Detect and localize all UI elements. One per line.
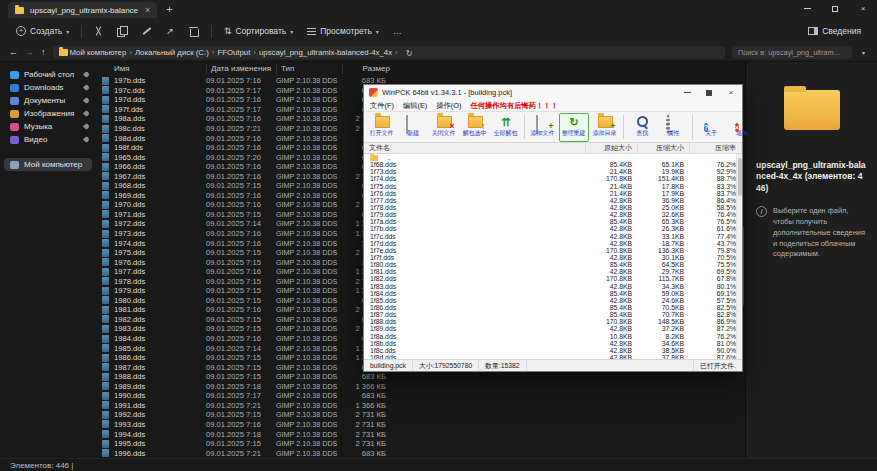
search-input[interactable]: Поиск в: upscayl_png_ultram… xyxy=(732,46,852,59)
minimize-button[interactable] xyxy=(793,0,821,18)
menu-edit[interactable]: 编辑(E) xyxy=(403,101,427,111)
rebuild-button[interactable]: ↻ 整理重建 xyxy=(559,113,589,142)
more-options-button[interactable]: … xyxy=(387,24,408,39)
archive-file-row[interactable]: 1f8d.dds 42.8KB 37.8KB 87.6% xyxy=(364,354,742,359)
archive-file-row[interactable]: 1f81.dds 42.8KB 29.7KB 69.5% xyxy=(364,268,742,275)
about-button[interactable]: ? 关于 xyxy=(696,113,726,142)
file-row[interactable]: 1996.dds 09.01.2025 7:21 GIMP 2.10.38 DD… xyxy=(96,448,745,458)
winpck-scrollbar[interactable] xyxy=(736,154,742,359)
forward-button[interactable]: → xyxy=(25,48,34,57)
sidebar-item-desktop[interactable]: Рабочий стол xyxy=(0,68,96,81)
archive-file-row[interactable]: 1f8b.dds 42.8KB 34.6KB 81.0% xyxy=(364,340,742,347)
archive-file-row[interactable]: 1f73.dds 21.4KB 19.9KB 92.9% xyxy=(364,168,742,175)
archive-file-row[interactable]: 1f7b.dds 42.8KB 26.3KB 61.6% xyxy=(364,225,742,232)
menu-file[interactable]: 文件(F) xyxy=(370,101,394,111)
up-button[interactable]: ↑ xyxy=(41,48,46,57)
archive-file-row[interactable]: 1f68.dds 85.4KB 65.1KB 76.2% xyxy=(364,161,742,168)
file-row[interactable]: 1991.dds 09.01.2025 7:21 GIMP 2.10.38 DD… xyxy=(96,401,745,411)
file-row[interactable]: 1994.dds 09.01.2025 7:18 GIMP 2.10.38 DD… xyxy=(96,429,745,439)
details-pane-button[interactable]: Сведения xyxy=(802,23,867,39)
column-header-name[interactable]: Имя xyxy=(96,64,206,74)
find-button[interactable]: 查找 xyxy=(627,113,657,142)
archive-file-row[interactable]: 1f82.dds 170.8KB 115.7KB 67.8% xyxy=(364,275,742,282)
sidebar-item-documents[interactable]: Документы xyxy=(0,94,96,107)
archive-file-row[interactable]: 1f8c.dds 42.8KB 38.5KB 90.0% xyxy=(364,347,742,354)
copy-button[interactable] xyxy=(111,23,134,39)
archive-file-row[interactable]: 1f7a.dds 85.4KB 65.3KB 76.5% xyxy=(364,218,742,225)
new-pck-button[interactable]: 新建 xyxy=(398,113,428,142)
archive-file-row[interactable]: 1f7d.dds 42.8KB 18.7KB 43.7% xyxy=(364,240,742,247)
winpck-close-button[interactable]: × xyxy=(722,85,740,100)
unpack-selected-button[interactable]: ↑ 解包选中 xyxy=(460,113,490,142)
address-box[interactable]: Мой компьютер › Локальный диск (C:) › FF… xyxy=(53,46,725,59)
unpack-all-button[interactable]: ⇈ 全部解包 xyxy=(491,113,521,142)
column-header-ratio[interactable]: 压缩率 xyxy=(690,143,742,153)
archive-file-row[interactable]: 1f75.dds 21.4KB 17.8KB 83.3% xyxy=(364,183,742,190)
close-button[interactable]: × xyxy=(849,0,877,18)
archive-file-row[interactable]: 1f86.dds 85.4KB 70.5KB 82.5% xyxy=(364,304,742,311)
breadcrumb-item[interactable]: Локальный диск (C:) xyxy=(135,48,209,57)
share-button[interactable]: ↗ xyxy=(160,24,180,39)
archive-file-row[interactable]: 1f84.dds 85.4KB 59.0KB 69.1% xyxy=(364,290,742,297)
archive-file-row[interactable]: 1f89.dds 42.8KB 37.2KB 87.2% xyxy=(364,325,742,332)
archive-file-row[interactable]: 1f8a.dds 10.8KB 8.2KB 76.2% xyxy=(364,333,742,340)
sort-button[interactable]: ⇅ Сортировать ▾ xyxy=(218,23,299,39)
archive-file-row[interactable]: 1f7f.dds 42.8KB 30.1KB 70.5% xyxy=(364,254,742,261)
file-row[interactable]: 1988.dds 09.01.2025 7:15 GIMP 2.10.38 DD… xyxy=(96,372,745,382)
column-header-packed[interactable]: 压缩大小 xyxy=(638,143,690,153)
add-file-button[interactable]: + 添加文件 xyxy=(528,113,558,142)
rename-button[interactable] xyxy=(136,23,158,39)
tab-close-icon[interactable]: × xyxy=(145,6,150,15)
properties-button[interactable]: 属性 xyxy=(658,113,688,142)
sidebar-item-computer[interactable]: Мой компьютер xyxy=(4,158,92,171)
archive-file-row[interactable]: 1f77.dds 42.8KB 36.9KB 86.4% xyxy=(364,197,742,204)
breadcrumb-item[interactable]: Мой компьютер xyxy=(70,48,127,57)
column-header-date[interactable]: Дата изменения xyxy=(206,64,276,74)
column-header-filename[interactable]: 文件名 xyxy=(364,143,586,153)
archive-file-row[interactable]: 1f88.dds 170.8KB 148.5KB 86.9% xyxy=(364,318,742,325)
archive-file-row[interactable]: 1f85.dds 42.8KB 24.6KB 57.5% xyxy=(364,297,742,304)
winpck-minimize-button[interactable] xyxy=(678,85,696,100)
file-row[interactable]: 1995.dds 09.01.2025 7:15 GIMP 2.10.38 DD… xyxy=(96,439,745,449)
winpck-maximize-button[interactable] xyxy=(700,85,718,100)
archive-file-row[interactable]: 1f7c.dds 42.8KB 33.1KB 77.4% xyxy=(364,233,742,240)
search-dropdown-icon[interactable]: ▾ xyxy=(859,49,868,56)
file-row[interactable]: 1990.dds 09.01.2025 7:17 GIMP 2.10.38 DD… xyxy=(96,391,745,401)
archive-file-row[interactable]: 1f78.dds 42.8KB 25.0KB 58.5% xyxy=(364,204,742,211)
maximize-button[interactable] xyxy=(821,0,849,18)
menu-action[interactable]: 操作(O) xyxy=(436,101,461,111)
file-row[interactable]: 1992.dds 09.01.2025 7:15 GIMP 2.10.38 DD… xyxy=(96,410,745,420)
sidebar-item-video[interactable]: Видео xyxy=(0,133,96,146)
archive-file-row[interactable]: 1f74.dds 170.8KB 151.4KB 88.7% xyxy=(364,175,742,182)
file-row[interactable]: 1989.dds 09.01.2025 7:18 GIMP 2.10.38 DD… xyxy=(96,382,745,392)
winpck-title-bar[interactable]: WinPCK 64bit v1.34.3.1 - [building.pck] … xyxy=(364,85,742,100)
column-header-size[interactable]: 原始大小 xyxy=(586,143,638,153)
delete-button[interactable] xyxy=(182,23,205,39)
column-header-size[interactable]: Размер xyxy=(342,64,394,74)
winpck-scrollbar-thumb[interactable] xyxy=(738,158,742,196)
archive-file-row[interactable]: 1f80.dds 85.4KB 64.5KB 75.5% xyxy=(364,261,742,268)
archive-file-row[interactable]: 1f7e.dds 170.8KB 136.3KB 79.8% xyxy=(364,247,742,254)
cut-button[interactable] xyxy=(88,23,109,39)
close-file-button[interactable]: × 关闭文件 xyxy=(429,113,459,142)
back-button[interactable]: ← xyxy=(9,48,18,57)
breadcrumb-item[interactable]: FFOutput xyxy=(217,48,250,57)
sidebar-item-pictures[interactable]: Изображения xyxy=(0,107,96,120)
archive-file-row[interactable]: 1f83.dds 42.8KB 34.3KB 80.1% xyxy=(364,283,742,290)
archive-file-row[interactable]: 1f76.dds 21.4KB 17.9KB 83.7% xyxy=(364,190,742,197)
archive-file-row[interactable]: 1f87.dds 85.4KB 70.7KB 82.8% xyxy=(364,311,742,318)
open-file-button[interactable]: 打开文件 xyxy=(367,113,397,142)
exit-button[interactable]: × 退出 xyxy=(727,113,757,142)
add-dir-button[interactable]: + 添加目录 xyxy=(590,113,620,142)
sidebar-item-downloads[interactable]: Downloads xyxy=(0,81,96,94)
updir-row[interactable]: .. xyxy=(364,154,742,161)
breadcrumb-item[interactable]: upscayl_png_ultramix-balanced-4x_4x xyxy=(259,48,392,57)
sidebar-item-music[interactable]: Музыка xyxy=(0,120,96,133)
new-tab-button[interactable]: + xyxy=(166,2,172,16)
explorer-tab[interactable]: upscayl_png_ultramix-balance × xyxy=(8,2,157,18)
new-button[interactable]: + Создать ▾ xyxy=(10,23,75,39)
view-button[interactable]: Просмотреть ▾ xyxy=(301,23,385,39)
file-row[interactable]: 1993.dds 09.01.2025 7:16 GIMP 2.10.38 DD… xyxy=(96,420,745,430)
column-header-type[interactable]: Тип xyxy=(276,64,342,74)
archive-file-row[interactable]: 1f79.dds 42.8KB 32.6KB 76.4% xyxy=(364,211,742,218)
